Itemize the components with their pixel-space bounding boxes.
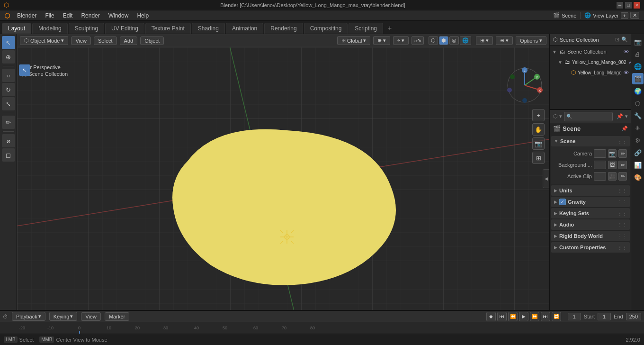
maximize-button[interactable]: □ (625, 2, 632, 9)
pivot-center[interactable]: ⊕ ▾ (373, 36, 390, 45)
tab-scripting[interactable]: Scripting (349, 23, 383, 34)
outliner-item-scene-collection[interactable]: ▼ 🗂 Scene Collection 👁 (550, 46, 631, 57)
viewport-shading-solid[interactable]: ⬢ (439, 36, 448, 45)
properties-options[interactable]: ▾ (625, 113, 628, 119)
prop-tab-physics[interactable]: ⚙ (632, 135, 644, 146)
keyframe-dot[interactable]: ◆ (486, 312, 496, 321)
viewport-3d[interactable]: ⬡ Object Mode ▾ View Select Add Object ⊞… (17, 34, 549, 310)
menu-help[interactable]: Help (133, 11, 152, 20)
props-pin[interactable]: 📌 (621, 126, 628, 132)
tool-move[interactable]: ↔ (2, 69, 15, 82)
blender-logo[interactable]: ⬡ (2, 10, 12, 21)
tool-rotate[interactable]: ↻ (2, 83, 15, 96)
zoom-in-button[interactable]: + (532, 109, 545, 121)
tool-cursor[interactable]: ⊕ (2, 50, 15, 64)
section-units-header[interactable]: ▶ Units ⋮⋮ (551, 185, 630, 196)
section-scene-header[interactable]: ▼ Scene ⋮⋮ (551, 136, 630, 146)
active-clip-picker[interactable]: 🎥 (608, 172, 617, 181)
prop-tab-data[interactable]: 📊 (632, 159, 644, 171)
tool-add-cube[interactable]: ◻ (2, 148, 15, 162)
prop-tab-world[interactable]: 🌍 (632, 85, 644, 97)
gravity-checkbox[interactable]: ✓ (559, 199, 566, 205)
loop-button[interactable]: 🔁 (552, 312, 561, 321)
expand-mango-collection[interactable]: ▼ (558, 60, 563, 65)
background-value[interactable] (594, 161, 606, 169)
tool-measure[interactable]: ⌀ (2, 134, 15, 147)
view-menu-timeline[interactable]: View (81, 312, 101, 321)
close-button[interactable]: ✕ (634, 2, 640, 9)
prop-tab-output[interactable]: 🖨 (632, 48, 644, 60)
outliner-search-icon[interactable]: 🔍 (621, 36, 628, 43)
active-clip-edit[interactable]: ✏ (618, 172, 627, 181)
start-frame[interactable]: 1 (598, 313, 611, 320)
prop-tab-constraints[interactable]: 🔗 (632, 147, 644, 158)
tab-texture-paint[interactable]: Texture Paint (145, 23, 191, 34)
view-layer-add[interactable]: + (621, 12, 628, 19)
current-frame[interactable]: 1 (568, 313, 581, 320)
menu-render[interactable]: Render (77, 11, 103, 20)
jump-end-button[interactable]: ⏭ (541, 312, 550, 321)
camera-button[interactable]: 📷 (532, 137, 545, 150)
object-menu[interactable]: Object (140, 36, 164, 45)
jump-start-button[interactable]: ⏮ (497, 312, 507, 321)
proportional-edit[interactable]: ○ ∿ (411, 36, 424, 45)
prop-tab-render[interactable]: 📷 (632, 36, 644, 47)
add-menu[interactable]: Add (120, 36, 138, 45)
prop-tab-modifiers[interactable]: 🔧 (632, 110, 644, 121)
tab-compositing[interactable]: Compositing (304, 23, 348, 34)
select-menu[interactable]: Select (94, 36, 117, 45)
section-keying-sets-header[interactable]: ▶ Keying Sets ⋮⋮ (551, 208, 630, 218)
expand-scene-collection[interactable]: ▼ (552, 49, 558, 54)
menu-blender[interactable]: Blender (13, 11, 40, 20)
outliner-item-mango-object[interactable]: ⬡ Yellow_Long_Mango 👁 (550, 67, 631, 78)
pin-button[interactable]: 📌 (617, 113, 623, 119)
end-frame[interactable]: 250 (626, 313, 641, 320)
playback-menu[interactable]: Playback ▾ (12, 312, 45, 321)
tab-modeling[interactable]: Modeling (32, 23, 68, 34)
viewport-shading-wireframe[interactable]: ⬡ (429, 36, 438, 45)
prop-tab-scene[interactable]: 🎬 (632, 73, 644, 84)
section-rigid-body-world-header[interactable]: ▶ Rigid Body World ⋮⋮ (551, 231, 630, 241)
timeline-track[interactable]: -20 -10 0 10 20 30 40 50 60 70 80 (0, 322, 644, 334)
tab-uv-editing[interactable]: UV Editing (105, 23, 144, 34)
menu-file[interactable]: File (41, 11, 58, 20)
viewport-shading-render[interactable]: 🌐 (460, 36, 471, 45)
properties-search[interactable]: 🔍 (564, 112, 613, 121)
camera-edit[interactable]: ✏ (618, 149, 627, 158)
tab-rendering[interactable]: Rendering (264, 23, 303, 34)
tool-select[interactable]: ↖ (2, 36, 15, 49)
prop-tab-view-layer[interactable]: 🌐 (632, 61, 644, 72)
properties-dropdown[interactable]: ⬡ ▾ (553, 113, 562, 119)
tool-annotate[interactable]: ✏ (2, 116, 15, 129)
keying-menu[interactable]: Keying ▾ (49, 312, 78, 321)
view-menu[interactable]: View (71, 36, 91, 45)
tab-layout[interactable]: Layout (2, 23, 31, 34)
section-audio-header[interactable]: ▶ Audio ⋮⋮ (551, 219, 630, 230)
active-clip-value[interactable] (594, 172, 606, 181)
collapse-right-panel[interactable]: ◀ (543, 169, 549, 188)
play-button[interactable]: ▶ (519, 312, 528, 321)
viewport-shading-material[interactable]: ◎ (449, 36, 459, 45)
eye-scene-collection[interactable]: 👁 (624, 49, 629, 54)
snap-toggle[interactable]: ⌖ ▾ (393, 36, 409, 45)
pan-button[interactable]: ✋ (532, 123, 545, 136)
view-layer-close[interactable]: ✕ (630, 12, 639, 19)
prop-tab-particles[interactable]: ✳ (632, 122, 644, 134)
step-back-button[interactable]: ⏪ (508, 312, 518, 321)
object-mode-dropdown[interactable]: ⬡ Object Mode ▾ (20, 36, 68, 45)
add-workspace-button[interactable]: + (384, 22, 395, 34)
marker-menu[interactable]: Marker (105, 312, 129, 321)
camera-value[interactable] (594, 149, 606, 158)
background-picker[interactable]: 🖼 (608, 161, 617, 169)
outliner-item-mango-collection[interactable]: ▼ 🗂 Yellow_Long_Mango_002 ✓ 👁 (550, 57, 631, 67)
menu-edit[interactable]: Edit (59, 11, 77, 20)
tab-shading[interactable]: Shading (192, 23, 225, 34)
gizmo-navigator[interactable]: Z Y X (506, 66, 544, 104)
section-custom-properties-header[interactable]: ▶ Custom Properties ⋮⋮ (551, 242, 630, 253)
overlay-button[interactable]: ⊞ ▾ (476, 36, 493, 45)
prop-tab-material[interactable]: 🎨 (632, 172, 644, 183)
eye-mango-object[interactable]: 👁 (624, 70, 629, 75)
tool-scale[interactable]: ⤡ (2, 97, 15, 110)
menu-window[interactable]: Window (105, 11, 133, 20)
options-button[interactable]: Options ▾ (516, 36, 546, 45)
